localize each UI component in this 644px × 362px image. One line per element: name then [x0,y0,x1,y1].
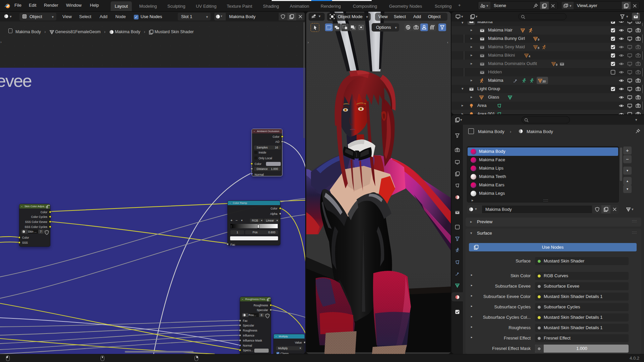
svg-text:›: › [308,41,309,44]
svg-text:‹: ‹ [447,41,448,44]
